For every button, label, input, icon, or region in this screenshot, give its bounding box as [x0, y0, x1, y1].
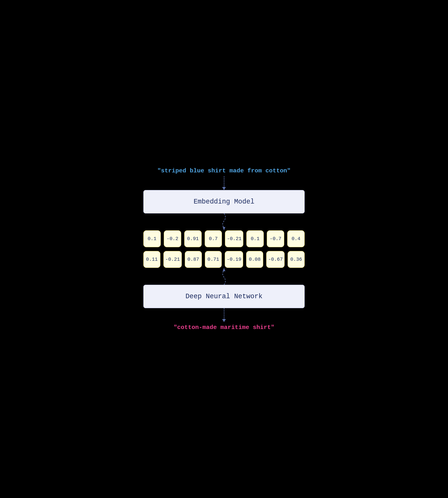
- vector-cell-1-7: -0.7: [267, 230, 284, 247]
- vector-cell-2-7: -0.67: [266, 251, 285, 268]
- vector-row-2: 0.11 -0.21 0.87 0.71 -0.19 0.08 -0.67 0.…: [143, 251, 305, 268]
- embedding-model-label: Embedding Model: [194, 198, 254, 206]
- arrow-to-embedding: [222, 176, 226, 190]
- vector-cell-2-5: -0.19: [225, 251, 243, 268]
- input-text: "striped blue shirt made from cotton": [157, 167, 291, 174]
- dashed-line-2: [224, 308, 224, 319]
- vector-cell-1-6: 0.1: [246, 230, 264, 247]
- svg-marker-0: [223, 227, 225, 230]
- arrow-head-2: [222, 319, 226, 322]
- wavy-arrow-up-svg: [217, 268, 231, 285]
- dnn-box: Deep Neural Network: [143, 285, 305, 308]
- vector-row-1: 0.1 -0.2 0.91 0.7 -0.21 0.1 -0.7 0.4: [143, 230, 305, 247]
- wavy-arrow-up: [217, 268, 231, 285]
- output-text: "cotton-made maritime shirt": [174, 324, 274, 331]
- vector-cell-2-4: 0.71: [205, 251, 222, 268]
- vector-cell-1-5: -0.21: [225, 230, 243, 247]
- vector-cell-2-8: 0.36: [288, 251, 305, 268]
- arrow-to-output: [222, 308, 226, 322]
- vector-cell-2-3: 0.87: [185, 251, 202, 268]
- arrow-head-1: [222, 187, 226, 190]
- vector-cell-1-8: 0.4: [287, 230, 305, 247]
- wavy-arrow-svg: [217, 214, 231, 230]
- vector-cell-1-4: 0.7: [205, 230, 222, 247]
- vector-cell-2-6: 0.08: [246, 251, 263, 268]
- wavy-arrow-down: [217, 214, 231, 230]
- dashed-line-1: [224, 176, 224, 187]
- vector-cell-1-1: 0.1: [143, 230, 161, 247]
- vector-cell-1-3: 0.91: [184, 230, 202, 247]
- diagram: "striped blue shirt made from cotton" Em…: [140, 160, 308, 338]
- vector-cell-2-2: -0.21: [163, 251, 182, 268]
- embedding-model-box: Embedding Model: [143, 190, 305, 214]
- svg-marker-1: [223, 268, 225, 271]
- vector-cell-2-1: 0.11: [143, 251, 160, 268]
- dnn-label: Deep Neural Network: [186, 293, 262, 300]
- vector-grid: 0.1 -0.2 0.91 0.7 -0.21 0.1 -0.7 0.4 0.1…: [143, 230, 305, 268]
- vector-cell-1-2: -0.2: [164, 230, 181, 247]
